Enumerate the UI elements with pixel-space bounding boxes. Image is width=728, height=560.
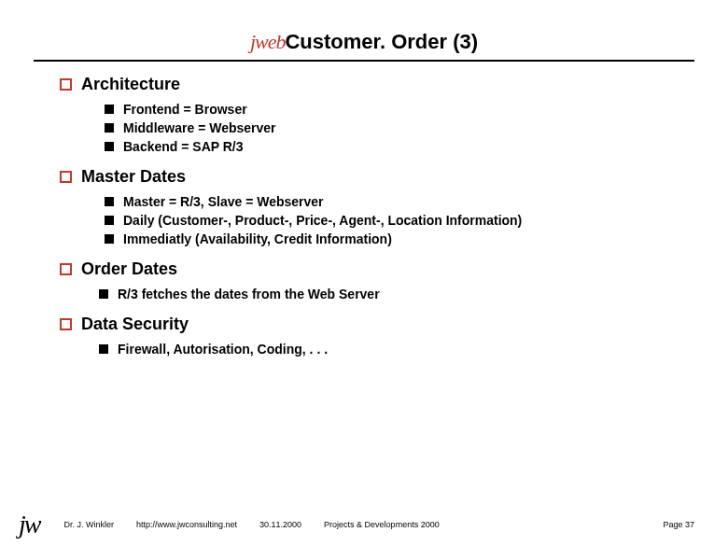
hollow-square-bullet-icon (60, 171, 72, 183)
hollow-square-bullet-icon (60, 78, 72, 91)
filled-square-bullet-icon (99, 344, 108, 354)
list-item: Immediatly (Availability, Credit Informa… (105, 231, 694, 246)
section-heading-text: Data Security (81, 315, 189, 334)
footer: jw Dr. J. Winkler http://www.jwconsultin… (0, 510, 728, 539)
list-item-text: R/3 fetches the dates from the Web Serve… (118, 287, 380, 301)
title-rule (34, 60, 694, 62)
list-item-text: Frontend = Browser (123, 102, 247, 117)
section-heading: Architecture (60, 75, 694, 94)
list-item: Master = R/3, Slave = Webserver (105, 194, 694, 209)
hollow-square-bullet-icon (60, 318, 72, 330)
section-heading: Data Security (60, 315, 694, 334)
footer-url: http://www.jwconsulting.net (136, 520, 237, 529)
section-items: Firewall, Autorisation, Coding, . . . (99, 342, 694, 357)
section-items: Frontend = BrowserMiddleware = Webserver… (105, 102, 694, 154)
footer-group: Dr. J. Winkler http://www.jwconsulting.n… (63, 520, 663, 529)
section: Master DatesMaster = R/3, Slave = Webser… (60, 167, 694, 246)
slide: jwebCustomer. Order (3) ArchitectureFron… (0, 0, 728, 560)
title-main: Customer. Order (3) (285, 30, 478, 53)
sections-container: ArchitectureFrontend = BrowserMiddleware… (34, 75, 694, 357)
list-item-text: Backend = SAP R/3 (123, 139, 244, 154)
list-item: Frontend = Browser (105, 102, 694, 117)
filled-square-bullet-icon (105, 197, 114, 206)
list-item-text: Firewall, Autorisation, Coding, . . . (118, 342, 328, 357)
section-heading-text: Master Dates (81, 167, 186, 187)
list-item: Middleware = Webserver (105, 120, 694, 135)
filled-square-bullet-icon (105, 142, 114, 151)
list-item: Daily (Customer-, Product-, Price-, Agen… (105, 213, 694, 228)
list-item-text: Immediatly (Availability, Credit Informa… (123, 231, 392, 246)
footer-logo: jw (19, 510, 39, 539)
section: Order DatesR/3 fetches the dates from th… (60, 259, 694, 301)
title-prefix: jweb (250, 30, 286, 53)
filled-square-bullet-icon (105, 105, 114, 114)
section-heading-text: Architecture (81, 75, 180, 94)
footer-date: 30.11.2000 (259, 520, 301, 529)
section: ArchitectureFrontend = BrowserMiddleware… (60, 75, 694, 154)
footer-author: Dr. J. Winkler (63, 520, 114, 529)
list-item-text: Middleware = Webserver (123, 120, 276, 135)
list-item: Backend = SAP R/3 (105, 139, 694, 154)
section-items: Master = R/3, Slave = WebserverDaily (Cu… (105, 194, 694, 246)
list-item-text: Master = R/3, Slave = Webserver (123, 194, 324, 209)
filled-square-bullet-icon (105, 216, 114, 225)
section: Data SecurityFirewall, Autorisation, Cod… (60, 315, 694, 357)
filled-square-bullet-icon (99, 289, 108, 299)
section-items: R/3 fetches the dates from the Web Serve… (99, 287, 694, 301)
filled-square-bullet-icon (105, 123, 114, 133)
footer-project: Projects & Developments 2000 (324, 520, 440, 529)
slide-title: jwebCustomer. Order (3) (34, 30, 694, 54)
section-heading: Master Dates (60, 167, 694, 187)
hollow-square-bullet-icon (60, 263, 72, 275)
section-heading-text: Order Dates (81, 259, 177, 279)
filled-square-bullet-icon (105, 234, 114, 244)
list-item: Firewall, Autorisation, Coding, . . . (99, 342, 694, 357)
list-item: R/3 fetches the dates from the Web Serve… (99, 287, 694, 301)
list-item-text: Daily (Customer-, Product-, Price-, Agen… (123, 213, 522, 228)
section-heading: Order Dates (60, 259, 694, 279)
footer-page: Page 37 (663, 520, 694, 529)
